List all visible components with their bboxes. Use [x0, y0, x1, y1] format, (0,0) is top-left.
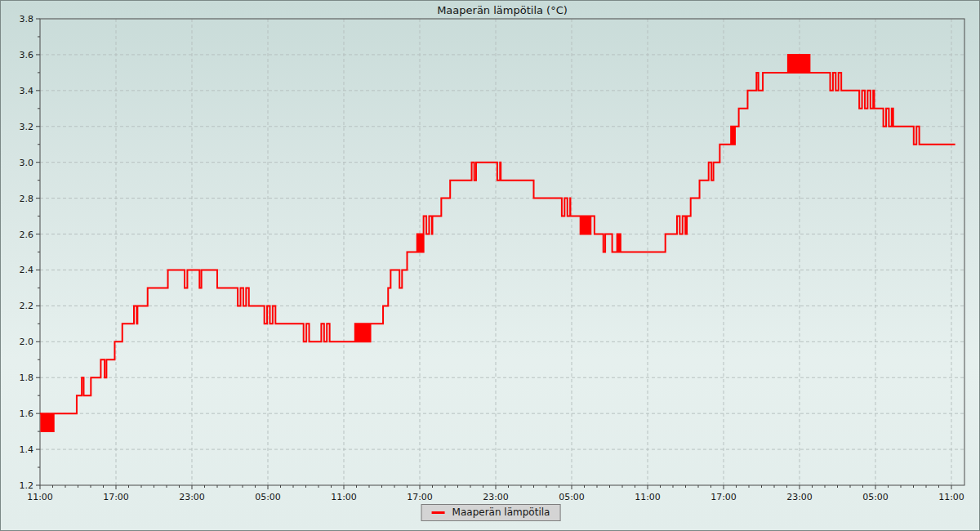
y-tick-label: 2.8 [20, 194, 34, 204]
y-tick-label: 1.8 [20, 373, 34, 383]
y-tick-label: 3.6 [20, 50, 34, 60]
y-tick-label: 2.0 [20, 337, 34, 347]
y-tick-label: 3.4 [20, 86, 34, 96]
legend: Maaperän lämpötila [421, 504, 561, 521]
x-tick-label: 17:00 [407, 492, 433, 502]
x-tick-label: 17:00 [103, 492, 129, 502]
x-tick-label: 23:00 [179, 492, 205, 502]
gridlines [40, 19, 964, 485]
y-tick-label: 3.0 [20, 158, 34, 168]
series-line-maaperan-lampotila [40, 55, 956, 431]
x-tick-label: 23:00 [483, 492, 509, 502]
x-tick-label: 05:00 [255, 492, 281, 502]
y-tick-label: 1.2 [20, 480, 34, 491]
y-tick-label: 3.8 [20, 14, 34, 25]
y-tick-label: 2.6 [20, 230, 34, 240]
y-tick-label: 1.6 [20, 408, 34, 419]
y-tick-label: 2.2 [20, 301, 34, 311]
x-tick-label: 11:00 [331, 492, 357, 502]
x-tick-label: 05:00 [559, 492, 585, 502]
x-tick-label: 05:00 [862, 492, 889, 502]
legend-label: Maaperän lämpötila [452, 506, 550, 518]
temperature-chart-plot: 1.21.41.61.82.02.22.42.62.83.03.23.43.63… [1, 1, 980, 531]
axis-tick-labels: 1.21.41.61.82.02.22.42.62.83.03.23.43.63… [20, 14, 964, 502]
y-tick-label: 3.2 [20, 122, 34, 132]
x-tick-label: 11:00 [27, 492, 53, 502]
x-tick-label: 11:00 [635, 492, 661, 502]
x-tick-label: 17:00 [710, 492, 737, 502]
y-tick-label: 1.4 [20, 444, 34, 455]
plot-border [40, 19, 964, 485]
soil-temperature-chart-page: Maaperän lämpötila (°C) 1.21.41.61.82.02… [0, 0, 980, 531]
x-tick-label: 23:00 [786, 492, 813, 502]
y-tick-label: 2.4 [20, 265, 34, 275]
x-tick-label: 11:00 [938, 492, 964, 502]
axis-ticks [36, 19, 951, 489]
legend-line-swatch-icon [432, 511, 445, 514]
